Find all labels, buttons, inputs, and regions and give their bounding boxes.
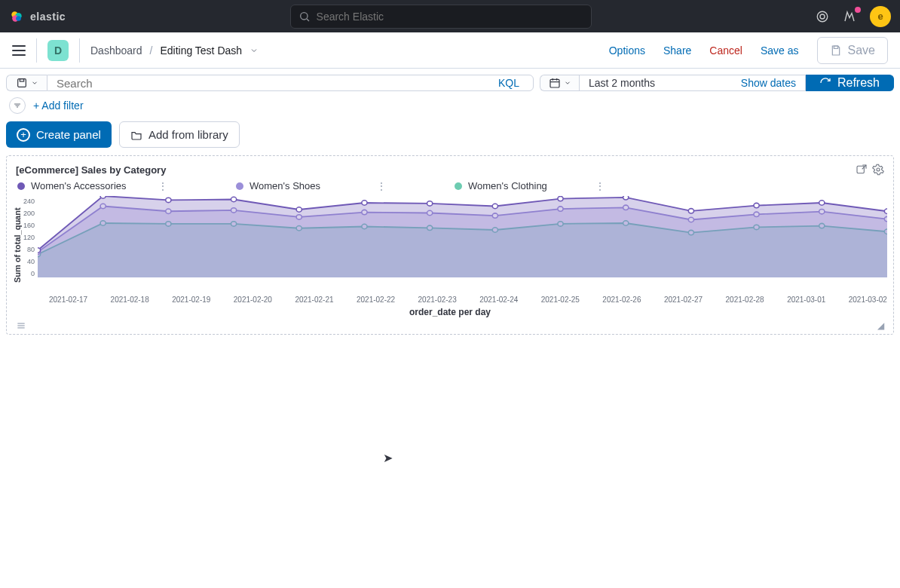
- divider: [36, 38, 37, 63]
- breadcrumb-current: Editing Test Dash: [160, 44, 242, 57]
- svg-point-49: [100, 196, 106, 198]
- save-button-label: Save: [848, 44, 875, 57]
- user-avatar[interactable]: e: [870, 6, 891, 27]
- legend-more-icon[interactable]: ⋮: [158, 181, 168, 191]
- svg-point-50: [166, 198, 171, 202]
- chevron-down-icon[interactable]: [249, 46, 259, 55]
- legend-label: Women's Accessories: [31, 180, 127, 191]
- notification-dot: [855, 7, 861, 13]
- date-range-display[interactable]: Last 2 months Show dates: [579, 75, 806, 91]
- svg-point-48: [38, 248, 41, 253]
- dashboard-actions: + Create panel Add from library: [0, 121, 900, 155]
- query-left: KQL: [6, 75, 534, 91]
- refresh-button-label: Refresh: [837, 76, 880, 90]
- panel-ecommerce-sales[interactable]: [eCommerce] Sales by Category Women's Ac…: [6, 155, 894, 335]
- legend-swatch: [236, 182, 243, 190]
- query-bar: KQL Last 2 months Show dates Refresh: [0, 69, 900, 97]
- dashboard-grid: [eCommerce] Sales by Category Women's Ac…: [0, 155, 900, 335]
- save-icon: [830, 44, 842, 57]
- legend-item[interactable]: Women's Clothing ⋮: [455, 180, 605, 191]
- open-in-lens-icon[interactable]: [856, 164, 868, 176]
- legend-more-icon[interactable]: ⋮: [595, 181, 605, 191]
- query-input-wrap[interactable]: KQL: [47, 75, 534, 91]
- brand-name: elastic: [30, 11, 66, 23]
- query-right: Last 2 months Show dates Refresh: [540, 75, 894, 91]
- space-badge[interactable]: D: [47, 40, 69, 61]
- global-search-input[interactable]: [317, 11, 583, 23]
- svg-point-51: [231, 197, 236, 201]
- x-axis-label: order_date per day: [13, 304, 887, 319]
- panel-header: [eCommerce] Sales by Category: [13, 162, 887, 180]
- chart-legend: Women's Accessories ⋮ Women's Shoes ⋮ Wo…: [13, 180, 887, 196]
- refresh-button[interactable]: Refresh: [806, 75, 894, 91]
- cancel-link[interactable]: Cancel: [709, 44, 742, 57]
- svg-point-3: [16, 16, 21, 21]
- panel-title: [eCommerce] Sales by Category: [16, 164, 166, 176]
- create-panel-label: Create panel: [36, 128, 101, 141]
- svg-point-19: [877, 168, 880, 171]
- panel-header-actions: [856, 164, 884, 176]
- save-as-link[interactable]: Save as: [761, 44, 799, 57]
- disk-icon: [16, 77, 28, 89]
- global-header: elastic e: [0, 0, 900, 32]
- search-icon: [298, 11, 311, 23]
- svg-line-5: [307, 19, 309, 21]
- saved-query-button[interactable]: [6, 75, 47, 91]
- nav-toggle-icon[interactable]: [12, 45, 26, 56]
- breadcrumb-section[interactable]: Dashboard: [90, 44, 142, 57]
- global-search[interactable]: [290, 5, 592, 29]
- x-axis-ticks: 2021-02-172021-02-182021-02-192021-02-20…: [13, 294, 887, 304]
- svg-point-55: [492, 204, 497, 208]
- svg-point-7: [820, 14, 825, 19]
- svg-point-60: [819, 201, 825, 205]
- calendar-icon: [549, 77, 561, 89]
- svg-rect-18: [857, 166, 864, 173]
- elastic-logo-icon: [9, 9, 24, 24]
- svg-point-57: [623, 196, 629, 200]
- breadcrumb-bar: D Dashboard / Editing Test Dash Options …: [0, 32, 900, 69]
- resize-handle-icon[interactable]: ◢: [877, 320, 884, 331]
- elastic-logo[interactable]: elastic: [9, 9, 66, 24]
- y-axis-ticks: 24020016012080400: [22, 196, 38, 294]
- legend-swatch: [455, 182, 462, 190]
- date-quick-button[interactable]: [540, 75, 579, 91]
- show-dates-link[interactable]: Show dates: [741, 77, 796, 89]
- y-axis-label: Sum of total_quant: [13, 196, 22, 294]
- filter-options-icon[interactable]: [9, 97, 26, 114]
- header-right-icons: e: [816, 6, 891, 27]
- svg-point-6: [817, 11, 828, 22]
- svg-point-56: [558, 196, 563, 201]
- header-actions: Options Share Cancel Save as Save: [609, 37, 888, 64]
- svg-point-52: [296, 207, 302, 212]
- options-link[interactable]: Options: [609, 44, 645, 57]
- create-panel-button[interactable]: + Create panel: [6, 121, 112, 148]
- share-link[interactable]: Share: [663, 44, 691, 57]
- folder-icon: [130, 129, 142, 141]
- help-icon[interactable]: [816, 10, 829, 23]
- gear-icon[interactable]: [872, 164, 884, 176]
- date-range-text: Last 2 months: [589, 77, 655, 89]
- query-input[interactable]: [57, 77, 486, 90]
- plus-circle-icon: +: [17, 128, 30, 142]
- legend-item[interactable]: Women's Accessories ⋮: [17, 180, 168, 191]
- breadcrumb-separator: /: [150, 44, 153, 57]
- svg-point-54: [427, 201, 433, 206]
- svg-point-58: [688, 209, 693, 213]
- add-filter-link[interactable]: + Add filter: [33, 100, 84, 112]
- mouse-cursor-icon: ➤: [383, 451, 393, 465]
- chevron-down-icon: [564, 79, 571, 87]
- legend-label: Women's Clothing: [468, 180, 547, 191]
- refresh-icon: [819, 77, 831, 89]
- filter-row: + Add filter: [0, 97, 900, 121]
- kql-toggle[interactable]: KQL: [494, 75, 524, 90]
- svg-point-53: [362, 201, 367, 205]
- svg-point-4: [300, 12, 307, 19]
- chart-plot: [38, 196, 887, 294]
- legend-item[interactable]: Women's Shoes ⋮: [236, 180, 387, 191]
- legend-more-icon[interactable]: ⋮: [376, 181, 387, 191]
- legend-label: Women's Shoes: [249, 180, 320, 191]
- chart-svg: [38, 196, 887, 294]
- news-icon[interactable]: [843, 10, 856, 23]
- add-from-library-button[interactable]: Add from library: [119, 121, 240, 148]
- legend-toggle-icon[interactable]: [16, 320, 26, 331]
